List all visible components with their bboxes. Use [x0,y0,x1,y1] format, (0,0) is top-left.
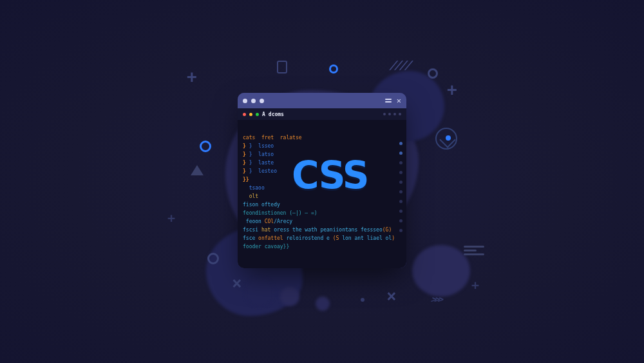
background-blob [316,297,330,311]
scrollbar-markers [399,142,402,232]
x-icon: × [386,288,397,304]
window-dot-icon[interactable] [243,99,247,103]
window-dot-icon[interactable] [251,99,256,103]
circle-icon [200,141,211,152]
dot-icon [361,298,365,302]
plus-icon: + [471,279,479,291]
tab-prefix: A [262,112,265,117]
square-icon [277,61,287,74]
window-dot-icon[interactable] [260,99,264,103]
dot-icon [446,135,451,141]
tab-dot-icon [243,113,246,116]
plus-icon: + [187,68,197,85]
plus-icon: + [447,81,457,98]
bars-icon [464,244,486,257]
tab-overflow-dots[interactable] [383,113,401,115]
circle-icon [207,253,219,264]
css-logo: CSS [292,153,368,197]
close-button[interactable]: ✕ [397,96,401,105]
traffic-lights [243,99,264,103]
x-icon: × [232,275,242,291]
tab-dot-icon [256,113,259,116]
background-blob [245,277,274,307]
menu-icon[interactable] [385,99,392,103]
code-editor[interactable]: cats fret ralatse } } lsseo } } latso } … [238,120,406,268]
triangle-icon [191,165,204,175]
tab-label: dcoms [269,112,284,117]
circle-icon [329,64,338,74]
plus-icon: + [167,211,175,224]
chevrons-icon: //// [388,58,413,72]
chevrons-icon: >>> [430,294,444,304]
tab-active[interactable]: A dcoms [243,112,284,117]
background-blob [280,287,299,306]
tab-dot-icon [249,113,252,116]
editor-window: ✕ A dcoms cats fret ralatse } } lsseo } … [238,93,406,268]
circle-icon [428,68,438,79]
window-titlebar[interactable]: ✕ [238,93,406,108]
background-blob [412,245,470,297]
tab-bar: A dcoms [238,108,406,120]
